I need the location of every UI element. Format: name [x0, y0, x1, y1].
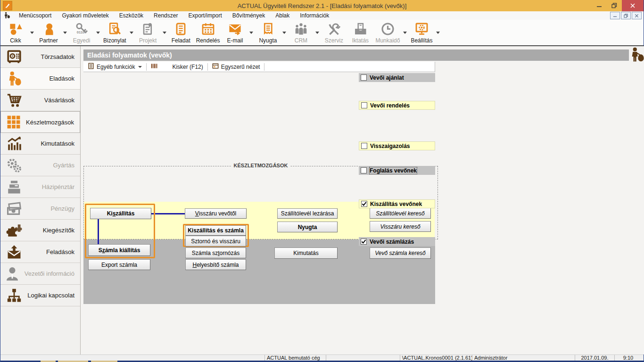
toolbar-label: Projekt: [139, 37, 157, 44]
toolbar-munkaid--button[interactable]: Munkaidő: [373, 20, 402, 45]
vevo-szamla-kereso-button[interactable]: Vevő számla kereső: [370, 247, 431, 259]
sidebar-item-vásárlások[interactable]: Vásárlások: [0, 90, 80, 111]
menu-eszk-z-k[interactable]: Eszközök: [114, 12, 149, 19]
chevron-down-icon[interactable]: [62, 20, 68, 45]
chevron-down-icon[interactable]: [314, 20, 321, 45]
sidebar-item-label: Kiegészítők: [28, 227, 80, 234]
szallitolevel-kereso-button[interactable]: Szállítólevél kereső: [370, 208, 431, 219]
notepad-icon: [174, 22, 188, 37]
mdi-close-button[interactable]: [632, 12, 642, 19]
restore-button[interactable]: [607, 0, 622, 11]
checkbox-label: Vevői ajánlat: [370, 74, 404, 81]
bar-chart-icon: [0, 136, 28, 152]
chevron-down-icon[interactable]: [402, 20, 408, 45]
calendar-icon: [201, 22, 215, 37]
szamla-kiallitas-button[interactable]: Számla kiállítás: [88, 244, 150, 256]
toolbar-label: Rendelés: [196, 37, 220, 44]
chevron-down-icon[interactable]: [281, 20, 288, 45]
toolbar-label: Munkaidő: [375, 37, 400, 44]
sidebar-item-eladások[interactable]: Eladások: [0, 68, 80, 90]
sidebar-item-készletmozgások[interactable]: Készletmozgások: [0, 111, 80, 133]
visszaru-vevotol-button[interactable]: Visszáru vevőtől: [185, 208, 247, 219]
toolbar-partner-button[interactable]: Partner: [35, 20, 62, 45]
sidebar-item-logikai-kapcsolat[interactable]: Logikai kapcsolat: [0, 285, 80, 306]
sidebar-item-label: Logikai kapcsolat: [27, 292, 80, 299]
safe-icon: [0, 49, 28, 65]
kiszallitas-button[interactable]: Kiszállítás: [90, 208, 151, 219]
toolbar-e-mail-button[interactable]: E-mail: [222, 20, 248, 45]
helyesbito-szamla-button[interactable]: Helyesbítő számla: [185, 259, 246, 270]
checkbox-rendeles[interactable]: [361, 102, 367, 108]
toolbar-cikk-button[interactable]: Cikk: [2, 20, 29, 45]
kisker-button[interactable]: Kisker (F12): [147, 62, 207, 72]
menu-b-v-tm-nyek[interactable]: Bővítmények: [227, 12, 270, 19]
main-content: Eladási folyamatok (vevők) Egyéb funkció…: [81, 46, 644, 354]
toolbar-nyugta-button[interactable]: Nyugta: [255, 20, 281, 45]
mdi-minimize-button[interactable]: [610, 12, 620, 19]
szallitolevel-lezarasa-button[interactable]: Szállítólevél lezárása: [277, 208, 338, 219]
sidebar-item-label: Gyártás: [28, 162, 80, 169]
sidebar-item-label: Feladások: [28, 248, 80, 255]
sidebar-item-vezetői-információ[interactable]: Vezetői információ: [0, 263, 80, 285]
checkbox-kiszallitas-vevonek[interactable]: [361, 201, 367, 207]
toolbar-iktat-s-button[interactable]: Iktatás: [347, 20, 373, 45]
sidebar-item-kimutatások[interactable]: Kimutatások: [0, 133, 80, 155]
more-functions-button[interactable]: Egyéb funkciók: [83, 62, 146, 72]
chevron-down-icon[interactable]: [248, 20, 255, 45]
sidebar-item-törzsadatok[interactable]: Törzsadatok: [0, 46, 80, 68]
toolbar-label: Cikk: [10, 37, 21, 44]
nyugta-button[interactable]: Nyugta: [277, 222, 338, 232]
sidebar-item-házipénztár[interactable]: Házipénztár: [0, 176, 80, 198]
sidebar-item-gyártás[interactable]: Gyártás: [0, 155, 80, 176]
checkbox-visszaigazolas[interactable]: [361, 143, 367, 149]
kimutatas-button[interactable]: Kimutatás: [274, 247, 338, 259]
checkbox-label: Vevői számlázás: [370, 239, 414, 245]
menu-men-csoport[interactable]: Menücsoport: [14, 12, 57, 19]
page-title: Eladási folyamatok (vevők): [83, 49, 629, 61]
close-button[interactable]: [622, 0, 644, 11]
simple-view-button[interactable]: Egyszerű nézet: [208, 62, 264, 72]
minimize-button[interactable]: [592, 0, 607, 11]
toolbar-egyedi-button[interactable]: 0110Egyedi: [68, 20, 95, 45]
receipt-icon: [261, 22, 275, 37]
monitor-gear-icon: [415, 22, 429, 37]
document-lines-icon: [88, 63, 94, 71]
toolbar-label: Iktatás: [352, 37, 369, 44]
navigation-sidebar: TörzsadatokEladásokVásárlásokKészletmozg…: [0, 46, 81, 354]
group-label: KÉSZLETMOZGÁSOK: [231, 163, 290, 168]
menu-export-import[interactable]: Export/import: [183, 12, 227, 19]
sidebar-item-label: Eladások: [28, 75, 80, 82]
toolbar-rendel-s-button[interactable]: Rendelés: [194, 20, 222, 45]
person-icon: [0, 266, 25, 282]
chevron-down-icon[interactable]: [29, 20, 35, 45]
toolbar-crm-button[interactable]: CRM: [288, 20, 314, 45]
checkbox-row-rendeles: Vevői rendelés: [359, 101, 435, 110]
visszaru-kereso-button[interactable]: Visszáru kereső: [370, 221, 431, 232]
chevron-down-icon[interactable]: [161, 20, 168, 45]
checkbox-ajanlat[interactable]: [361, 74, 367, 81]
checkbox-vevoi-szamlazas[interactable]: [361, 239, 367, 245]
toolbar-bizonylat-button[interactable]: Bizonylat: [101, 20, 128, 45]
cikk-shapes-icon: [9, 22, 23, 37]
export-szamla-button[interactable]: Export számla: [88, 259, 150, 270]
sidebar-item-feladások[interactable]: Feladások: [0, 241, 80, 263]
menu-inform-ci-k[interactable]: Információk: [295, 12, 334, 19]
chevron-down-icon[interactable]: [128, 20, 135, 45]
sidebar-item-kiegészítők[interactable]: Kiegészítők: [0, 220, 80, 241]
toolbar-be-ll-t-s-button[interactable]: Beállítás: [408, 20, 435, 45]
chevron-down-icon[interactable]: [95, 20, 101, 45]
menu-ablak[interactable]: Ablak: [270, 12, 295, 19]
file-drawer-icon: [354, 22, 367, 37]
chevron-down-icon[interactable]: [435, 20, 441, 45]
checkbox-foglalas[interactable]: [361, 167, 367, 173]
toolbar-szerviz-button[interactable]: Szerviz: [321, 20, 347, 45]
mdi-restore-button[interactable]: [621, 12, 631, 19]
sidebar-item-pénzügy[interactable]: Pénzügy: [0, 198, 80, 220]
menu-rendszer[interactable]: Rendszer: [149, 12, 183, 19]
sztorno-es-visszaru-button[interactable]: Sztornó és visszáru: [185, 236, 246, 247]
toolbar-feladat-button[interactable]: Feladat: [168, 20, 194, 45]
toolbar-projekt-button[interactable]: Projekt: [135, 20, 161, 45]
szamla-sztornozas-button[interactable]: Számla sztornózás: [185, 247, 246, 258]
menu-gyakori-m-veletek[interactable]: Gyakori műveletek: [57, 12, 114, 19]
kiszallitas-es-szamla-button[interactable]: Kiszállítás és számla: [185, 225, 246, 236]
